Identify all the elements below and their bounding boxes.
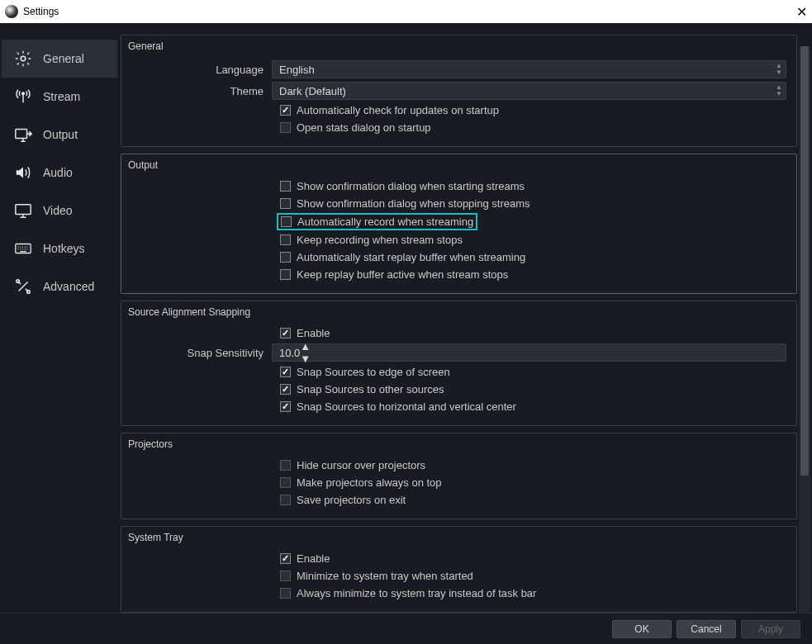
content-area: General Language English ▲▼ Theme Dark (… xyxy=(117,35,810,613)
minimize-start-checkbox[interactable] xyxy=(280,571,291,581)
theme-value: Dark (Default) xyxy=(279,85,346,97)
systray-enable-checkbox[interactable] xyxy=(280,553,291,564)
sidebar-item-label: Video xyxy=(43,204,73,217)
hide-cursor-label: Hide cursor over projectors xyxy=(297,459,425,471)
keep-recording-label: Keep recording when stream stops xyxy=(297,234,463,246)
close-icon[interactable]: ✕ xyxy=(796,4,807,20)
sidebar-item-stream[interactable]: Stream xyxy=(2,78,117,116)
svg-point-5 xyxy=(17,280,20,283)
scrollbar-thumb[interactable] xyxy=(800,46,809,476)
group-snapping: Source Alignment Snapping Enable Snap Se… xyxy=(121,301,797,426)
group-title: Source Alignment Snapping xyxy=(128,306,783,318)
sidebar-item-video[interactable]: Video xyxy=(2,192,117,230)
group-title: Projectors xyxy=(128,438,783,450)
spinner-icon: ▲▼ xyxy=(300,340,311,365)
confirm-start-checkbox[interactable] xyxy=(280,181,291,192)
sidebar-item-audio[interactable]: Audio xyxy=(2,154,117,192)
ok-button[interactable]: OK xyxy=(612,620,672,638)
language-value: English xyxy=(279,64,315,76)
minimize-start-label: Minimize to system tray when started xyxy=(297,570,473,582)
sidebar-item-label: Hotkeys xyxy=(43,242,85,255)
window-title: Settings xyxy=(23,6,796,17)
settings-window: Settings ✕ General Stream Output xyxy=(0,0,812,644)
sidebar: General Stream Output Audio xyxy=(2,35,117,613)
group-title: Output xyxy=(128,159,783,171)
sidebar-item-label: Stream xyxy=(43,90,80,103)
auto-record-checkbox[interactable] xyxy=(281,216,292,227)
tools-icon xyxy=(13,277,33,296)
sidebar-item-output[interactable]: Output xyxy=(2,116,117,154)
output-icon xyxy=(13,125,33,144)
snap-enable-label: Enable xyxy=(297,327,330,339)
group-output: Output Show confirmation dialog when sta… xyxy=(121,154,797,294)
auto-record-label: Automatically record when streaming xyxy=(297,215,473,228)
svg-rect-3 xyxy=(16,205,31,215)
confirm-stop-label: Show confirmation dialog when stopping s… xyxy=(297,197,530,210)
group-title: General xyxy=(128,40,783,52)
apply-button[interactable]: Apply xyxy=(741,620,800,638)
sidebar-item-advanced[interactable]: Advanced xyxy=(2,268,117,305)
sidebar-item-general[interactable]: General xyxy=(2,40,117,78)
app-icon xyxy=(5,5,18,18)
save-exit-label: Save projectors on exit xyxy=(297,494,406,506)
group-general: General Language English ▲▼ Theme Dark (… xyxy=(121,35,797,147)
speaker-icon xyxy=(13,163,33,182)
always-minimize-checkbox[interactable] xyxy=(280,588,291,599)
spinner-icon: ▲▼ xyxy=(776,63,782,76)
sidebar-item-label: General xyxy=(43,52,84,65)
snap-other-checkbox[interactable] xyxy=(280,384,291,395)
confirm-start-label: Show confirmation dialog when starting s… xyxy=(297,180,525,192)
open-stats-label: Open stats dialog on startup xyxy=(297,121,431,134)
auto-replay-label: Automatically start replay buffer when s… xyxy=(297,251,525,263)
auto-record-highlight: Automatically record when streaming xyxy=(277,213,477,230)
cancel-button[interactable]: Cancel xyxy=(677,620,736,638)
sidebar-item-label: Advanced xyxy=(43,280,94,293)
snap-center-label: Snap Sources to horizontal and vertical … xyxy=(297,400,516,413)
svg-rect-2 xyxy=(16,130,27,139)
snap-center-checkbox[interactable] xyxy=(280,401,291,412)
titlebar: Settings ✕ xyxy=(0,0,812,23)
svg-point-6 xyxy=(27,291,31,294)
snap-edge-label: Snap Sources to edge of screen xyxy=(297,366,450,378)
always-minimize-label: Always minimize to system tray instead o… xyxy=(297,587,536,599)
gear-icon xyxy=(13,49,33,69)
language-select[interactable]: English ▲▼ xyxy=(272,60,786,78)
antenna-icon xyxy=(13,87,33,107)
systray-enable-label: Enable xyxy=(297,552,330,565)
snap-enable-checkbox[interactable] xyxy=(280,328,291,339)
footer: OK Cancel Apply xyxy=(0,613,812,644)
language-label: Language xyxy=(131,64,272,76)
snap-other-label: Snap Sources to other sources xyxy=(297,383,444,395)
auto-replay-checkbox[interactable] xyxy=(280,252,291,263)
svg-point-0 xyxy=(21,56,26,61)
group-title: System Tray xyxy=(128,532,783,543)
always-top-checkbox[interactable] xyxy=(280,477,291,488)
theme-select[interactable]: Dark (Default) ▲▼ xyxy=(272,82,786,100)
theme-label: Theme xyxy=(131,85,272,97)
keep-recording-checkbox[interactable] xyxy=(280,234,291,245)
auto-update-checkbox[interactable] xyxy=(280,105,291,116)
sidebar-item-hotkeys[interactable]: Hotkeys xyxy=(2,230,117,268)
spinner-icon: ▲▼ xyxy=(776,84,782,97)
sidebar-item-label: Audio xyxy=(43,166,73,179)
always-top-label: Make projectors always on top xyxy=(297,476,442,489)
keyboard-icon xyxy=(13,239,33,258)
keep-replay-checkbox[interactable] xyxy=(280,269,291,280)
snap-sensitivity-label: Snap Sensitivity xyxy=(131,347,272,359)
keep-replay-label: Keep replay buffer active when stream st… xyxy=(297,268,508,281)
sidebar-item-label: Output xyxy=(43,128,78,141)
monitor-icon xyxy=(13,201,33,220)
snap-edge-checkbox[interactable] xyxy=(280,367,291,377)
open-stats-checkbox[interactable] xyxy=(280,122,291,133)
group-systray: System Tray Enable Minimize to system tr… xyxy=(121,526,797,613)
body: General Stream Output Audio xyxy=(0,23,812,613)
group-projectors: Projectors Hide cursor over projectors M… xyxy=(121,433,797,519)
auto-update-label: Automatically check for updates on start… xyxy=(297,104,499,116)
snap-sensitivity-input[interactable]: 10.0 ▲▼ xyxy=(272,343,786,362)
hide-cursor-checkbox[interactable] xyxy=(280,460,291,471)
confirm-stop-checkbox[interactable] xyxy=(280,198,291,209)
snap-sensitivity-value: 10.0 xyxy=(279,347,300,359)
save-exit-checkbox[interactable] xyxy=(280,495,291,505)
